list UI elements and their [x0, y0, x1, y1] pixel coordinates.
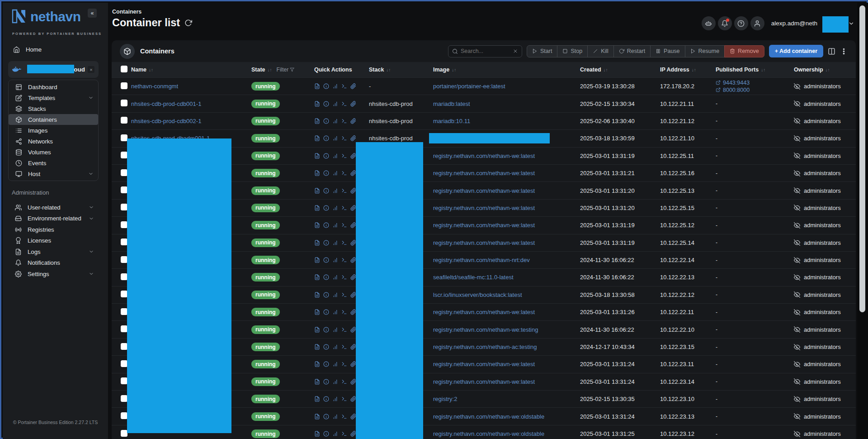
logs-icon[interactable] — [314, 431, 320, 437]
resume-button[interactable]: Resume — [685, 45, 725, 57]
column-header-state[interactable]: State↓↑Filter — [251, 67, 314, 73]
stop-button[interactable]: Stop — [557, 45, 588, 57]
add-container-button[interactable]: + Add container — [769, 45, 823, 57]
inspect-icon[interactable] — [323, 170, 329, 176]
logs-icon[interactable] — [314, 414, 320, 420]
image-link[interactable]: portainer/portainer-ee:latest — [433, 83, 580, 90]
image-link[interactable]: registry.nethavn.com/nethavn-ac:testing — [433, 344, 580, 350]
row-checkbox[interactable] — [121, 395, 127, 402]
filter-icon[interactable] — [290, 67, 294, 72]
sidebar-item-images[interactable]: Images — [9, 125, 98, 136]
row-checkbox[interactable] — [121, 239, 127, 245]
attach-icon[interactable] — [350, 83, 356, 89]
scrollbar-track[interactable] — [857, 3, 868, 439]
stats-icon[interactable] — [332, 431, 338, 437]
image-link[interactable]: registry.nethavn.com/nethavn-we:oldstabl… — [433, 430, 580, 437]
published-port-link[interactable]: 9443:9443 — [716, 79, 794, 86]
logs-icon[interactable] — [314, 170, 320, 176]
row-checkbox[interactable] — [121, 343, 127, 350]
stats-icon[interactable] — [332, 170, 338, 176]
stats-icon[interactable] — [332, 240, 338, 246]
inspect-icon[interactable] — [323, 309, 329, 315]
logs-icon[interactable] — [314, 292, 320, 298]
inspect-icon[interactable] — [323, 101, 329, 107]
console-icon[interactable] — [341, 170, 347, 176]
inspect-icon[interactable] — [323, 240, 329, 246]
inspect-icon[interactable] — [323, 257, 329, 263]
row-checkbox[interactable] — [121, 377, 127, 384]
stats-icon[interactable] — [332, 327, 338, 333]
inspect-icon[interactable] — [323, 414, 329, 420]
sidebar-collapse-button[interactable]: « — [88, 9, 97, 18]
stats-icon[interactable] — [332, 257, 338, 263]
stats-icon[interactable] — [332, 414, 338, 420]
clear-search-icon[interactable] — [513, 48, 518, 54]
sidebar-item-dashboard[interactable]: Dashboard — [9, 81, 98, 92]
stats-icon[interactable] — [332, 292, 338, 298]
sidebar-item-templates[interactable]: Templates — [9, 92, 98, 103]
inspect-icon[interactable] — [323, 222, 329, 228]
logs-icon[interactable] — [314, 240, 320, 246]
row-checkbox[interactable] — [121, 169, 127, 176]
notifications-button[interactable] — [718, 16, 732, 30]
row-checkbox[interactable] — [121, 256, 127, 263]
inspect-icon[interactable] — [323, 396, 329, 402]
inspect-icon[interactable] — [323, 379, 329, 385]
console-icon[interactable] — [341, 222, 347, 228]
table-row[interactable]: nhsites-cdb-prod-cdb002-1 running nhsite… — [112, 112, 856, 129]
column-header-stack[interactable]: Stack↓↑ — [369, 67, 433, 73]
published-port-link[interactable]: 8000:8000 — [716, 86, 794, 94]
inspect-icon[interactable] — [323, 274, 329, 280]
assistant-button[interactable] — [702, 16, 716, 30]
column-header-ports[interactable]: Published Ports↓↑ — [716, 67, 794, 73]
attach-icon[interactable] — [350, 135, 356, 141]
sort-icons[interactable]: ↓↑ — [149, 67, 153, 72]
logs-icon[interactable] — [314, 222, 320, 228]
stats-icon[interactable] — [332, 135, 338, 141]
sidebar-item-registries[interactable]: Registries — [8, 224, 99, 235]
console-icon[interactable] — [341, 257, 347, 263]
console-icon[interactable] — [341, 135, 347, 141]
console-icon[interactable] — [341, 118, 347, 124]
console-icon[interactable] — [341, 274, 347, 280]
image-link[interactable]: mariadb:latest — [433, 100, 580, 107]
logs-icon[interactable] — [314, 344, 320, 350]
console-icon[interactable] — [341, 396, 347, 402]
sidebar-item-containers[interactable]: Containers — [9, 114, 98, 125]
console-icon[interactable] — [341, 153, 347, 159]
inspect-icon[interactable] — [323, 344, 329, 350]
inspect-icon[interactable] — [323, 327, 329, 333]
image-link[interactable]: registry.nethavn.com/nethavn-nrt:dev — [433, 257, 580, 263]
image-link[interactable]: registry.nethavn.com/nethavn-we:latest — [433, 205, 580, 211]
column-header-ownership[interactable]: Ownership↓↑ — [794, 67, 847, 73]
sort-icons[interactable]: ↓↑ — [386, 67, 391, 72]
image-link[interactable]: registry.nethavn.com/nethavn-we:latest — [433, 187, 580, 194]
container-name-link[interactable]: nhsites-cdb-prod-cdb001-1 — [131, 100, 251, 107]
sidebar-item-host[interactable]: Host — [9, 168, 98, 179]
inspect-icon[interactable] — [323, 431, 329, 437]
row-checkbox[interactable] — [121, 117, 127, 124]
image-link[interactable]: lscr.io/linuxserver/bookstack:latest — [433, 291, 580, 298]
row-checkbox[interactable] — [121, 82, 127, 89]
logs-icon[interactable] — [314, 396, 320, 402]
row-checkbox[interactable] — [121, 291, 127, 297]
stats-icon[interactable] — [332, 274, 338, 280]
sort-icons[interactable]: ↓↑ — [761, 67, 765, 72]
row-checkbox[interactable] — [121, 152, 127, 158]
logs-icon[interactable] — [314, 101, 320, 107]
state-filter-label[interactable]: Filter — [277, 67, 289, 73]
row-checkbox[interactable] — [121, 430, 127, 437]
sidebar-item-networks[interactable]: Networks — [9, 136, 98, 147]
row-checkbox[interactable] — [121, 308, 127, 315]
remove-button[interactable]: Remove — [724, 45, 764, 57]
console-icon[interactable] — [341, 309, 347, 315]
inspect-icon[interactable] — [323, 118, 329, 124]
image-link[interactable]: seafileltd/seafile-mc:11.0-latest — [433, 274, 580, 281]
column-header-image[interactable]: Image↓↑ — [433, 67, 580, 73]
row-checkbox[interactable] — [121, 100, 127, 106]
inspect-icon[interactable] — [323, 188, 329, 194]
sidebar-item-stacks[interactable]: Stacks — [9, 103, 98, 114]
console-icon[interactable] — [341, 101, 347, 107]
console-icon[interactable] — [341, 344, 347, 350]
container-name-link[interactable]: nhsites-cdb-prod-cdb002-1 — [131, 118, 251, 124]
